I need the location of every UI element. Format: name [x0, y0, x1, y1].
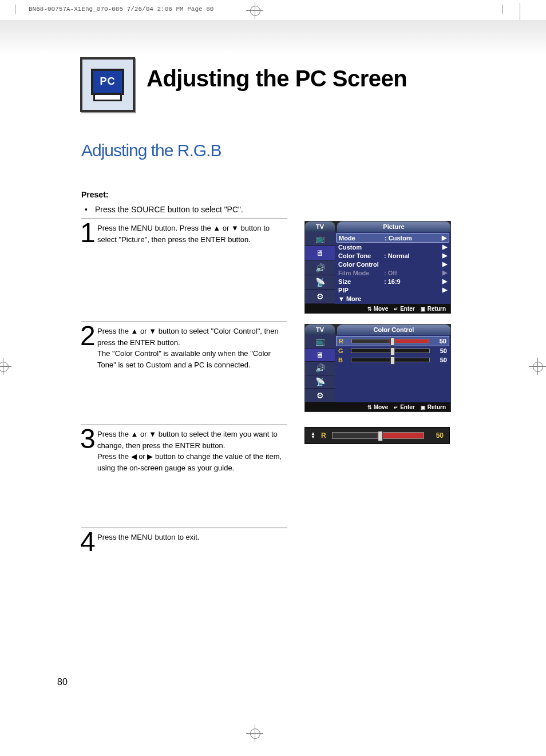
osd-slider-row: B50	[338, 355, 447, 365]
return-hint: Return	[421, 306, 446, 312]
step-1: 1 Press the MENU button. Press the ▲ or …	[81, 219, 287, 245]
picture-icon: 🖥	[305, 349, 335, 362]
setup-icon: ⚙	[305, 290, 335, 304]
osd-menu-item: ▼ More	[338, 294, 447, 303]
osd-menu-item: Size: 16:9▶	[338, 277, 447, 286]
step-text: Press the ▲ or ▼ button to select the it…	[97, 429, 287, 473]
osd-tab-tv: TV	[305, 324, 335, 335]
section-subtitle: Adjusting the R.G.B	[81, 141, 221, 160]
osd-menu-item: Color Tone: Normal▶	[338, 251, 447, 260]
channel-icon: 📡	[305, 275, 335, 290]
osd-menu-item: Color Control▶	[338, 260, 447, 268]
step-number: 3	[80, 425, 96, 453]
step-text: Press the MENU button to exit.	[97, 532, 287, 543]
registration-mark-icon	[246, 725, 263, 742]
page-number: 80	[57, 677, 68, 687]
enter-hint: Enter	[394, 306, 415, 312]
osd-sliders: R50G50B50	[335, 335, 450, 402]
pc-icon: PC	[80, 57, 135, 112]
setup-icon: ⚙	[305, 389, 335, 402]
gauge-value: 50	[430, 432, 444, 440]
input-icon: 📺	[305, 232, 335, 246]
gauge-track	[332, 432, 424, 439]
osd-title: Picture	[337, 221, 450, 232]
registration-mark-icon	[529, 358, 546, 375]
osd-footer: Move Enter Return	[305, 402, 450, 411]
osd-menu-item: Film Mode: Off▶	[338, 268, 447, 277]
enter-hint: Enter	[394, 404, 415, 410]
sound-icon: 🔊	[305, 260, 335, 275]
step-number: 1	[80, 219, 96, 247]
step-number: 4	[80, 528, 96, 556]
move-hint: Move	[367, 306, 389, 312]
gauge-channel: R	[321, 432, 326, 440]
step-text: Press the MENU button. Press the ▲ or ▼ …	[97, 223, 287, 245]
osd-gauge-bar: ▲▼ R 50	[304, 427, 450, 444]
osd-screenshot-picture: TV Picture 📺 🖥 🔊 📡 ⚙ Mode: Custom▶Custom…	[304, 221, 451, 314]
step-2: 2 Press the ▲ or ▼ button to select "Col…	[81, 322, 287, 370]
page-title: Adjusting the PC Screen	[147, 66, 407, 92]
osd-sidebar: 📺 🖥 🔊 📡 ⚙	[305, 335, 335, 402]
updown-arrows-icon: ▲▼	[311, 432, 315, 439]
step-number: 2	[80, 322, 96, 350]
crop-frame	[15, 5, 503, 14]
osd-slider-row: G50	[338, 346, 447, 355]
osd-menu-item: Mode: Custom▶	[336, 233, 449, 243]
osd-menu: Mode: Custom▶Custom▶Color Tone: Normal▶C…	[335, 232, 450, 304]
picture-icon: 🖥	[305, 246, 335, 260]
header-gradient	[0, 20, 546, 53]
return-hint: Return	[421, 404, 446, 410]
osd-menu-item: PIP▶	[338, 286, 447, 294]
channel-icon: 📡	[305, 375, 335, 389]
preset-text: Press the SOURCE button to select "PC".	[95, 205, 243, 214]
registration-mark-icon	[0, 358, 11, 375]
osd-menu-item: Custom▶	[338, 243, 447, 251]
sound-icon: 🔊	[305, 362, 335, 375]
osd-sidebar: 📺 🖥 🔊 📡 ⚙	[305, 232, 335, 304]
osd-footer: Move Enter Return	[305, 304, 450, 313]
osd-slider-row: R50	[336, 336, 449, 346]
step-3: 3 Press the ▲ or ▼ button to select the …	[81, 425, 287, 473]
bullet-icon: •	[85, 205, 88, 214]
step-4: 4 Press the MENU button to exit.	[81, 528, 287, 543]
step-text: Press the ▲ or ▼ button to select "Color…	[97, 326, 287, 370]
input-icon: 📺	[305, 335, 335, 349]
move-hint: Move	[367, 404, 389, 410]
gauge-thumb	[378, 431, 383, 441]
osd-title: Color Control	[337, 324, 450, 335]
osd-tab-tv: TV	[305, 221, 335, 232]
preset-label: Preset:	[81, 190, 108, 199]
osd-screenshot-color-control: TV Color Control 📺 🖥 🔊 📡 ⚙ R50G50B50 Mov…	[304, 324, 451, 412]
